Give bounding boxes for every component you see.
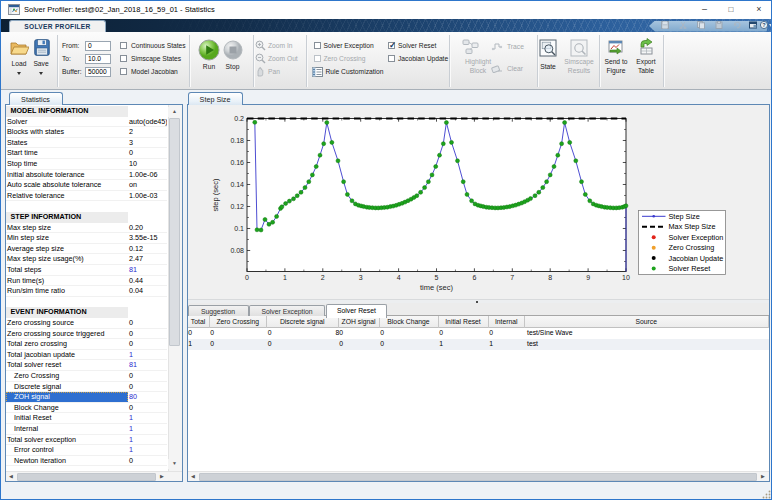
stats-row[interactable]: Run time(s)0.44	[6, 276, 167, 287]
qat-cut-icon[interactable]	[679, 21, 687, 29]
stats-row[interactable]: Max step size0.20	[6, 223, 167, 234]
to-input[interactable]: 10.0	[85, 54, 111, 64]
stop-button[interactable]: Stop	[226, 63, 240, 70]
column-header-zero-crossing[interactable]: Zero Crossing	[210, 316, 268, 328]
table-scroll-left-icon[interactable]: ◀	[189, 472, 198, 481]
stats-row[interactable]: Relative tolerance1.00e-03	[6, 191, 167, 202]
clear-icon[interactable]	[491, 63, 503, 73]
stats-row[interactable]: Internal1	[6, 424, 167, 435]
zoom-in-icon[interactable]	[255, 40, 266, 51]
stats-row[interactable]: Discrete signal0	[6, 382, 167, 393]
column-header-block-change[interactable]: Block Change	[380, 316, 439, 328]
send-to-figure-icon[interactable]	[607, 39, 624, 55]
table-horizontal-scrollbar-thumb[interactable]	[199, 473, 757, 481]
state-button[interactable]: State	[540, 63, 556, 70]
simscape-results-icon[interactable]	[570, 39, 588, 57]
stats-row[interactable]: Zero crossing source0	[6, 318, 167, 329]
maximize-button[interactable]: □	[717, 1, 745, 19]
qat-undo-icon[interactable]	[733, 21, 741, 29]
stats-row[interactable]: Total solver reset81	[6, 360, 167, 371]
send-to-figure-button[interactable]: Send to	[604, 58, 627, 65]
clear-button[interactable]: Clear	[507, 65, 523, 72]
stop-icon[interactable]	[223, 40, 243, 60]
continuous-states-checkbox[interactable]	[120, 42, 127, 49]
qat-paste-icon[interactable]	[715, 21, 723, 29]
stats-row[interactable]: Initial absolute tolerance1.00e-06	[6, 170, 167, 181]
load-folder-icon[interactable]	[10, 39, 29, 56]
stats-row[interactable]: Run/sim time ratio0.04	[6, 286, 167, 297]
stats-horizontal-scrollbar-thumb[interactable]	[17, 473, 156, 481]
table-row[interactable]: 1000011test	[188, 339, 769, 350]
resize-grip[interactable]	[762, 490, 771, 499]
column-header-zoh-signal[interactable]: ZOH signal	[339, 316, 380, 328]
simscape-states-checkbox[interactable]	[120, 55, 127, 62]
qat-copy-icon[interactable]	[697, 21, 705, 29]
run-icon[interactable]	[198, 39, 220, 61]
buffer-input[interactable]: 50000	[85, 67, 111, 77]
jacobian-update-checkbox[interactable]	[388, 55, 395, 62]
qat-save-icon[interactable]	[661, 21, 669, 29]
stats-row[interactable]: Auto scale absolute toleranceon	[6, 180, 167, 191]
save-button[interactable]: Save	[33, 60, 48, 67]
stats-row[interactable]: Zero Crossing0	[6, 371, 167, 382]
stats-row[interactable]: States3	[6, 138, 167, 149]
stats-row[interactable]: Initial Reset1	[6, 413, 167, 424]
save-disk-icon[interactable]	[34, 39, 50, 56]
stats-vertical-scrollbar-thumb[interactable]	[169, 118, 180, 346]
simscape-results-button[interactable]: Simscape	[564, 58, 593, 65]
rule-customization-button[interactable]: Rule Customization	[326, 68, 384, 75]
stats-row[interactable]: Max step size usage(%)2.47	[6, 254, 167, 265]
column-header-internal[interactable]: Internal	[489, 316, 526, 328]
stats-scroll-left-icon[interactable]: ◀	[7, 472, 16, 481]
model-jacobian-checkbox[interactable]	[120, 68, 127, 75]
column-header-source[interactable]: Source	[525, 316, 769, 328]
trace-icon[interactable]	[491, 41, 503, 51]
column-header-discrete-signal[interactable]: Discrete signal	[267, 316, 339, 328]
run-button[interactable]: Run	[203, 63, 215, 70]
highlight-block-button[interactable]: Highlight	[465, 58, 491, 65]
stats-row[interactable]: Total steps81	[6, 265, 167, 276]
tab-statistics[interactable]: Statistics	[9, 92, 63, 105]
stats-scroll-up-icon[interactable]: ▲	[168, 107, 182, 117]
bottom-tab-solver-reset[interactable]: Solver Reset	[326, 304, 387, 318]
zoom-out-icon[interactable]	[255, 53, 266, 64]
qat-help-icon[interactable]: ?	[760, 21, 768, 29]
stats-scroll-down-icon[interactable]: ▼	[168, 459, 182, 469]
stats-row[interactable]: Start time0	[6, 148, 167, 159]
pan-hand-icon[interactable]	[255, 66, 266, 77]
stats-row[interactable]: Total jacobian update1	[6, 350, 167, 361]
stats-row[interactable]: Error control1	[6, 445, 167, 456]
tab-solver-profiler[interactable]: SOLVER PROFILER	[9, 20, 106, 32]
from-input[interactable]: 0	[85, 41, 111, 51]
stats-row[interactable]: Total solver exception1	[6, 435, 167, 446]
column-header-total[interactable]: Total	[188, 316, 210, 328]
stats-row[interactable]: Zero crossing source triggered0	[6, 329, 167, 340]
minimize-button[interactable]: –	[691, 1, 719, 19]
stats-row[interactable]: Solverauto(ode45)	[6, 117, 167, 128]
column-header-initial-reset[interactable]: Initial Reset	[439, 316, 489, 328]
stats-row[interactable]: Block Change0	[6, 403, 167, 414]
zoom-in-button[interactable]: Zoom In	[268, 42, 293, 49]
table-scroll-right-icon[interactable]: ▶	[759, 472, 768, 481]
solver-reset-checkbox[interactable]: ✓	[388, 42, 395, 49]
export-table-icon[interactable]	[638, 38, 655, 55]
trace-button[interactable]: Trace	[507, 43, 524, 50]
pan-button[interactable]: Pan	[268, 68, 280, 75]
stats-scroll-right-icon[interactable]: ▶	[158, 472, 167, 481]
highlight-block-icon[interactable]	[462, 39, 480, 55]
table-row[interactable]: 800080000test/Sine Wave	[188, 328, 769, 339]
load-dropdown-icon[interactable]	[17, 72, 21, 75]
stats-row[interactable]: Average step size0.12	[6, 244, 167, 255]
solver-exception-checkbox[interactable]	[314, 42, 321, 49]
zero-crossing-checkbox[interactable]	[314, 55, 321, 62]
close-button[interactable]: ×	[745, 1, 772, 19]
stats-row[interactable]: ZOH signal80	[6, 392, 167, 403]
stats-row[interactable]: Total zero crossing0	[6, 339, 167, 350]
zoom-out-button[interactable]: Zoom Out	[268, 55, 298, 62]
stats-row[interactable]: Newton iteration0	[6, 456, 167, 467]
export-table-button[interactable]: Export	[636, 58, 655, 65]
state-icon[interactable]	[539, 39, 557, 57]
stats-row[interactable]: Stop time10	[6, 159, 167, 170]
rule-customization-icon[interactable]	[312, 67, 323, 77]
stats-row[interactable]: Blocks with states2	[6, 127, 167, 138]
